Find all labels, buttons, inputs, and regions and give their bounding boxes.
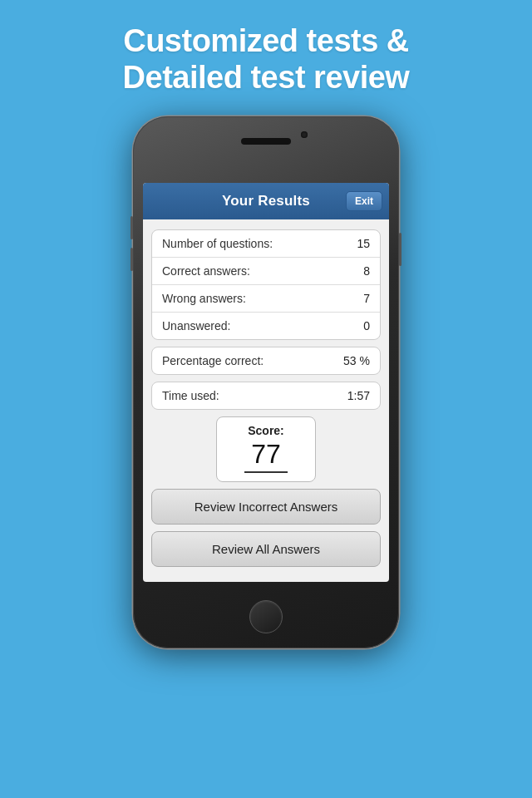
score-box: Score: 77 (216, 416, 316, 482)
table-row: Time used: 1:57 (152, 382, 380, 409)
table-row: Correct answers: 8 (152, 258, 380, 285)
row-label-unanswered: Unanswered: (162, 319, 231, 332)
results-table-main: Number of questions: 15 Correct answers:… (151, 229, 381, 340)
table-row: Number of questions: 15 (152, 230, 380, 258)
score-label: Score: (227, 424, 305, 437)
phone-power-button (399, 233, 401, 266)
screen-body: Number of questions: 15 Correct answers:… (143, 219, 389, 577)
row-label-time: Time used: (162, 389, 219, 402)
row-value-wrong: 7 (363, 292, 370, 305)
review-incorrect-button[interactable]: Review Incorrect Answers (151, 489, 381, 525)
screen-title: Your Results (222, 193, 310, 209)
table-row: Percentage correct: 53 % (152, 347, 380, 374)
results-table-time: Time used: 1:57 (151, 382, 381, 410)
results-table-percentage: Percentage correct: 53 % (151, 347, 381, 375)
phone-home-button[interactable] (249, 600, 283, 633)
phone-camera (301, 131, 308, 138)
score-value: 77 (244, 439, 288, 473)
table-row: Wrong answers: 7 (152, 285, 380, 313)
row-value-questions: 15 (357, 237, 370, 250)
tagline-line2: Detailed test review (123, 60, 410, 95)
row-label-percentage: Percentage correct: (162, 354, 264, 367)
phone-screen: Your Results Exit Number of questions: 1… (143, 183, 389, 582)
row-value-unanswered: 0 (363, 319, 370, 332)
row-value-percentage: 53 % (343, 354, 370, 367)
exit-button[interactable]: Exit (346, 191, 382, 211)
row-value-time: 1:57 (347, 389, 370, 402)
phone-speaker (241, 138, 291, 145)
row-value-correct: 8 (363, 264, 370, 278)
row-label-questions: Number of questions: (162, 237, 273, 250)
review-all-button[interactable]: Review All Answers (151, 531, 381, 567)
tagline-line1: Customized tests & (123, 23, 409, 58)
phone-frame: Your Results Exit Number of questions: 1… (133, 116, 399, 648)
table-row: Unanswered: 0 (152, 313, 380, 339)
phone-vol-down (131, 248, 133, 271)
screen-navbar: Your Results Exit (143, 183, 389, 219)
app-tagline: Customized tests & Detailed test review (0, 0, 532, 96)
phone-vol-up (131, 216, 133, 239)
row-label-wrong: Wrong answers: (162, 292, 246, 305)
row-label-correct: Correct answers: (162, 264, 250, 278)
